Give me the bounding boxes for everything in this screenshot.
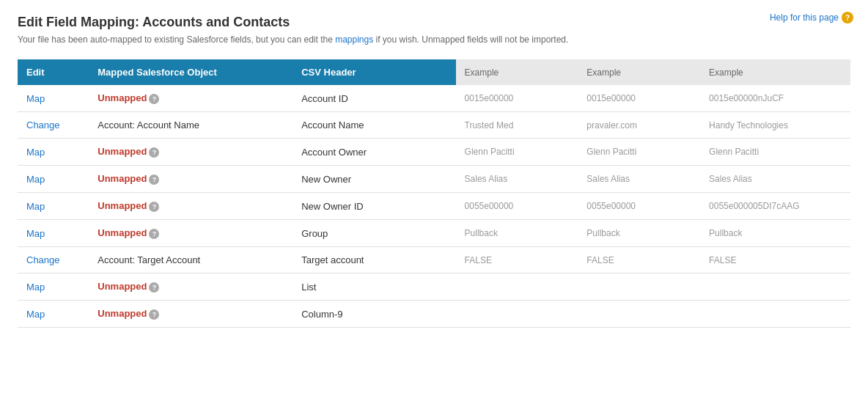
col-header-mapped: Mapped Salesforce Object	[89, 59, 293, 85]
table-row: MapUnmapped?New OwnerSales AliasSales Al…	[18, 166, 850, 193]
example-cell-1: FALSE	[456, 247, 578, 273]
info-icon[interactable]: ?	[149, 175, 159, 185]
csv-header-cell: Account Owner	[293, 139, 455, 166]
info-icon[interactable]: ?	[149, 202, 159, 212]
map-link[interactable]: Map	[26, 282, 45, 293]
table-row: ChangeAccount: Account NameAccount NameT…	[18, 112, 850, 139]
unmapped-label: Unmapped	[98, 200, 147, 211]
example-cell-1: Trusted Med	[456, 112, 578, 139]
unmapped-label: Unmapped	[98, 173, 147, 184]
example-cell-2: 0055e00000	[578, 193, 700, 220]
info-icon[interactable]: ?	[149, 282, 159, 293]
csv-header-cell: Group	[293, 220, 455, 247]
example-cell-1: Sales Alias	[456, 166, 578, 193]
info-icon[interactable]: ?	[149, 309, 159, 320]
map-link[interactable]: Map	[26, 93, 45, 104]
map-link[interactable]: Map	[26, 228, 45, 239]
map-link[interactable]: Map	[26, 201, 45, 212]
example-cell-1	[456, 301, 578, 328]
help-link[interactable]: Help for this page ?	[770, 12, 853, 23]
example-cell-2: Sales Alias	[578, 166, 700, 193]
example-cell-3: 0055e000005DI7cAAG	[700, 193, 850, 220]
subtitle-after: if you wish. Unmapped fields will not be…	[373, 34, 568, 45]
help-icon: ?	[842, 12, 853, 23]
example-cell-2: pravaler.com	[578, 112, 700, 139]
unmapped-label: Unmapped	[98, 92, 147, 103]
table-row: MapUnmapped?Account OwnerGlenn PacittiGl…	[18, 139, 850, 166]
mapped-label: Account: Target Account	[98, 254, 200, 265]
example-cell-3: Handy Technologies	[700, 112, 850, 139]
table-row: MapUnmapped?Column-9	[18, 301, 850, 328]
example-cell-1: 0015e00000	[456, 85, 578, 112]
csv-header-cell: Account ID	[293, 85, 455, 112]
csv-header-cell: Target account	[293, 247, 455, 273]
page-title: Edit Field Mapping: Accounts and Contact…	[18, 15, 850, 30]
col-header-csv: CSV Header	[293, 59, 455, 85]
subtitle: Your file has been auto-mapped to existi…	[18, 34, 850, 45]
col-header-example3: Example	[700, 59, 850, 85]
csv-header-cell: Column-9	[293, 301, 455, 328]
example-cell-2	[578, 273, 700, 301]
example-cell-2: 0015e00000	[578, 85, 700, 112]
info-icon[interactable]: ?	[149, 94, 159, 104]
csv-header-cell: List	[293, 273, 455, 301]
table-row: ChangeAccount: Target AccountTarget acco…	[18, 247, 850, 273]
page-wrapper: Help for this page ? Edit Field Mapping:…	[0, 0, 868, 404]
mapped-label: Account: Account Name	[98, 120, 199, 131]
example-cell-3: Sales Alias	[700, 166, 850, 193]
example-cell-3: FALSE	[700, 247, 850, 273]
subtitle-before: Your file has been auto-mapped to existi…	[18, 34, 335, 45]
col-header-example2: Example	[578, 59, 700, 85]
csv-header-cell: New Owner ID	[293, 193, 455, 220]
example-cell-2	[578, 301, 700, 328]
example-cell-1: Glenn Pacitti	[456, 139, 578, 166]
unmapped-label: Unmapped	[98, 146, 147, 157]
map-link[interactable]: Map	[26, 309, 45, 320]
table-row: MapUnmapped?GroupPullbackPullbackPullbac…	[18, 220, 850, 247]
table-row: MapUnmapped?List	[18, 273, 850, 301]
col-header-edit: Edit	[18, 59, 89, 85]
example-cell-3	[700, 273, 850, 301]
table-row: MapUnmapped?New Owner ID0055e000000055e0…	[18, 193, 850, 220]
col-header-example1: Example	[456, 59, 578, 85]
unmapped-label: Unmapped	[98, 281, 147, 292]
example-cell-3: Pullback	[700, 220, 850, 247]
field-mapping-table: Edit Mapped Salesforce Object CSV Header…	[18, 59, 850, 328]
example-cell-2: FALSE	[578, 247, 700, 273]
csv-header-cell: Account Name	[293, 112, 455, 139]
table-row: MapUnmapped?Account ID0015e000000015e000…	[18, 85, 850, 112]
example-cell-1: 0055e00000	[456, 193, 578, 220]
map-link[interactable]: Map	[26, 147, 45, 158]
example-cell-2: Pullback	[578, 220, 700, 247]
unmapped-label: Unmapped	[98, 227, 147, 238]
map-link[interactable]: Map	[26, 174, 45, 185]
change-link[interactable]: Change	[26, 120, 60, 131]
example-cell-3: Glenn Pacitti	[700, 139, 850, 166]
example-cell-3: 0015e00000nJuCF	[700, 85, 850, 112]
change-link[interactable]: Change	[26, 254, 60, 265]
example-cell-2: Glenn Pacitti	[578, 139, 700, 166]
info-icon[interactable]: ?	[149, 229, 159, 239]
unmapped-label: Unmapped	[98, 308, 147, 319]
csv-header-cell: New Owner	[293, 166, 455, 193]
help-label: Help for this page	[770, 12, 839, 23]
example-cell-1: Pullback	[456, 220, 578, 247]
mappings-link[interactable]: mappings	[335, 34, 373, 45]
info-icon[interactable]: ?	[149, 147, 159, 158]
example-cell-1	[456, 273, 578, 301]
example-cell-3	[700, 301, 850, 328]
